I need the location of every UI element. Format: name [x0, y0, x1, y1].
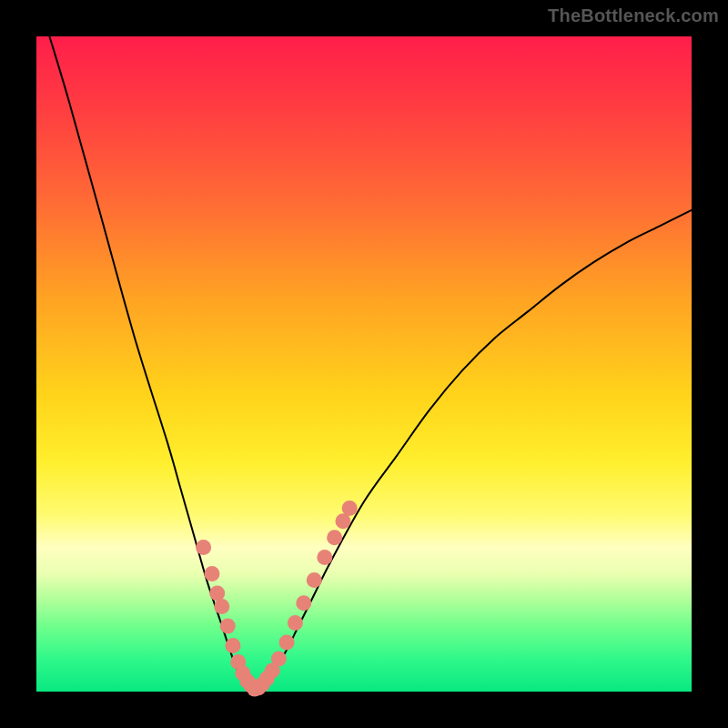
marker-dot	[327, 530, 342, 545]
marker-dot	[226, 638, 241, 653]
marker-dot	[220, 619, 236, 634]
marker-dot	[317, 550, 332, 565]
marker-dot	[307, 572, 322, 588]
watermark-text: TheBottleneck.com	[548, 5, 719, 26]
chart-svg	[36, 36, 692, 692]
marker-dot	[335, 513, 350, 529]
marker-dot	[271, 652, 287, 667]
marker-cluster	[196, 500, 358, 697]
plot-area	[36, 36, 692, 692]
marker-dot	[288, 615, 303, 631]
curve-right-branch	[253, 210, 692, 690]
marker-dot	[204, 566, 219, 581]
marker-dot	[196, 540, 211, 555]
marker-dot	[279, 635, 295, 651]
marker-dot	[342, 500, 358, 516]
marker-dot	[214, 599, 229, 614]
marker-dot	[296, 595, 311, 611]
chart-frame: TheBottleneck.com	[0, 0, 728, 728]
